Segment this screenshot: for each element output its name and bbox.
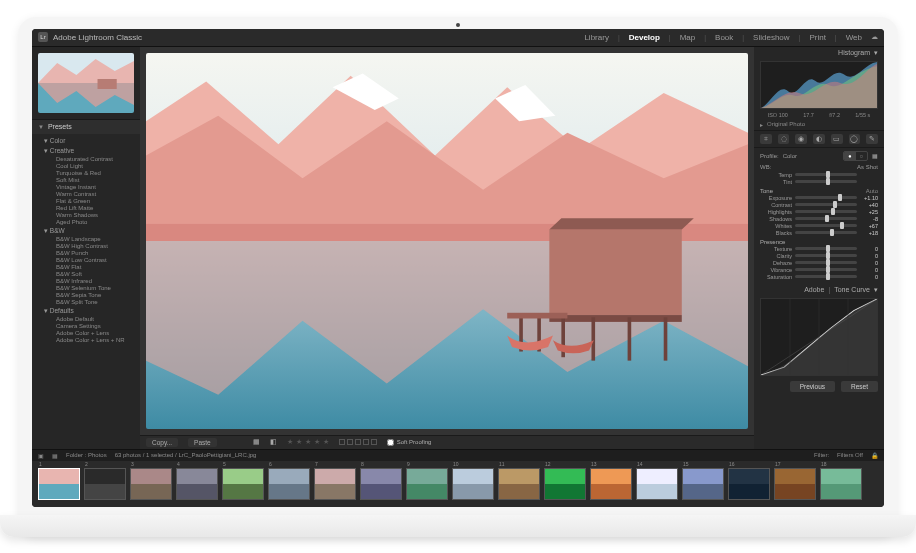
preset-item[interactable]: B&W Selenium Tone — [32, 285, 140, 292]
mask-tool-icon[interactable]: ◐ — [813, 134, 825, 144]
tone-curve[interactable] — [760, 298, 878, 376]
profile-value[interactable]: Color — [783, 153, 797, 159]
preset-item[interactable]: B&W Landscape — [32, 236, 140, 243]
filmstrip-thumb[interactable]: 18 — [820, 468, 862, 500]
preset-item[interactable]: Flat & Green — [32, 198, 140, 205]
preset-item[interactable]: Adobe Color + Lens + NR — [32, 337, 140, 344]
spot-tool-icon[interactable]: ◌ — [778, 134, 790, 144]
loupe-view-icon[interactable]: ▦ — [253, 438, 260, 446]
auto-button[interactable]: Auto — [866, 188, 878, 194]
wb-value[interactable]: As Shot — [857, 164, 878, 170]
preset-item[interactable]: Adobe Default — [32, 316, 140, 323]
preset-item[interactable]: Red Lift Matte — [32, 205, 140, 212]
slider-tint[interactable]: Tint — [760, 179, 878, 185]
filmstrip-thumb[interactable]: 6 — [268, 468, 310, 500]
treatment-segment[interactable]: ●○ — [843, 151, 868, 161]
preset-item[interactable]: Desaturated Contrast — [32, 156, 140, 163]
slider-shadows[interactable]: Shadows-8 — [760, 216, 878, 222]
cloud-sync-icon[interactable]: ☁ — [871, 33, 878, 41]
filmstrip-thumb[interactable]: 17 — [774, 468, 816, 500]
module-slideshow[interactable]: Slideshow — [753, 33, 789, 42]
filmstrip-thumb[interactable]: 13 — [590, 468, 632, 500]
preset-item[interactable]: Aged Photo — [32, 219, 140, 226]
rating-stars[interactable]: ★★★★★ — [287, 438, 329, 446]
filmstrip-thumb[interactable]: 7 — [314, 468, 356, 500]
reset-button[interactable]: Reset — [841, 381, 878, 392]
module-print[interactable]: Print — [809, 33, 825, 42]
preset-item[interactable]: Turquoise & Red — [32, 170, 140, 177]
module-develop[interactable]: Develop — [629, 33, 660, 42]
crop-tool-icon[interactable]: ⌗ — [760, 134, 772, 144]
preset-item[interactable]: Camera Settings — [32, 323, 140, 330]
filter-lock-icon[interactable]: 🔒 — [871, 452, 878, 459]
slider-saturation[interactable]: Saturation0 — [760, 274, 878, 280]
module-book[interactable]: Book — [715, 33, 733, 42]
filmstrip-thumb[interactable]: 2 — [84, 468, 126, 500]
filmstrip-thumb[interactable]: 16 — [728, 468, 770, 500]
module-map[interactable]: Map — [680, 33, 696, 42]
histogram[interactable] — [760, 61, 878, 109]
histogram-title[interactable]: Histogram▾ — [754, 47, 884, 59]
slider-whites[interactable]: Whites+67 — [760, 223, 878, 229]
preset-item[interactable]: B&W Split Tone — [32, 299, 140, 306]
color-labels[interactable] — [339, 439, 377, 445]
module-web[interactable]: Web — [846, 33, 862, 42]
slider-dehaze[interactable]: Dehaze0 — [760, 260, 878, 266]
filmstrip[interactable]: 123456789101112131415161718 — [32, 461, 884, 507]
preset-item[interactable]: Warm Contrast — [32, 191, 140, 198]
profile-browser-icon[interactable]: ▦ — [872, 152, 878, 159]
folder-path[interactable]: Folder : Photos — [66, 452, 107, 458]
copy-button[interactable]: Copy... — [146, 438, 178, 447]
filmstrip-thumb[interactable]: 10 — [452, 468, 494, 500]
brush-tool-icon[interactable]: ✎ — [866, 134, 878, 144]
filmstrip-thumb[interactable]: 4 — [176, 468, 218, 500]
preset-item[interactable]: B&W Infrared — [32, 278, 140, 285]
preset-item[interactable]: Warm Shadows — [32, 212, 140, 219]
main-preview[interactable] — [146, 53, 748, 429]
preset-group[interactable]: ▾ Creative — [32, 146, 140, 156]
preset-item[interactable]: Vintage Instant — [32, 184, 140, 191]
redeye-tool-icon[interactable]: ◉ — [795, 134, 807, 144]
grid-icon[interactable]: ▦ — [52, 452, 58, 459]
presets-panel-title[interactable]: ▼Presets — [32, 120, 140, 134]
slider-blacks[interactable]: Blacks+18 — [760, 230, 878, 236]
filters-off[interactable]: Filters Off — [837, 452, 863, 459]
filmstrip-thumb[interactable]: 15 — [682, 468, 724, 500]
filmstrip-thumb[interactable]: 5 — [222, 468, 264, 500]
slider-contrast[interactable]: Contrast+40 — [760, 202, 878, 208]
filmstrip-thumb[interactable]: 11 — [498, 468, 540, 500]
slider-highlights[interactable]: Highlights+25 — [760, 209, 878, 215]
filmstrip-thumb[interactable]: 3 — [130, 468, 172, 500]
paste-button[interactable]: Paste — [188, 438, 217, 447]
slider-vibrance[interactable]: Vibrance0 — [760, 267, 878, 273]
slider-texture[interactable]: Texture0 — [760, 246, 878, 252]
filmstrip-thumb[interactable]: 14 — [636, 468, 678, 500]
before-after-icon[interactable]: ◧ — [270, 438, 277, 446]
soft-proofing-toggle[interactable]: Soft Proofing — [387, 439, 432, 446]
preset-item[interactable]: B&W Punch — [32, 250, 140, 257]
radial-tool-icon[interactable]: ◯ — [849, 134, 861, 144]
second-window-icon[interactable]: ▣ — [38, 452, 44, 459]
preset-item[interactable]: Adobe Color + Lens — [32, 330, 140, 337]
preset-group[interactable]: ▾ Color — [32, 136, 140, 146]
filmstrip-thumb[interactable]: 8 — [360, 468, 402, 500]
gradient-tool-icon[interactable]: ▭ — [831, 134, 843, 144]
module-library[interactable]: Library — [584, 33, 608, 42]
preset-item[interactable]: B&W Flat — [32, 264, 140, 271]
filmstrip-thumb[interactable]: 1 — [38, 468, 80, 500]
slider-clarity[interactable]: Clarity0 — [760, 253, 878, 259]
filmstrip-thumb[interactable]: 12 — [544, 468, 586, 500]
tone-curve-title[interactable]: Adobe|Tone Curve▾ — [754, 284, 884, 296]
previous-button[interactable]: Previous — [790, 381, 835, 392]
filmstrip-thumb[interactable]: 9 — [406, 468, 448, 500]
preset-group[interactable]: ▾ Defaults — [32, 306, 140, 316]
preset-item[interactable]: B&W Soft — [32, 271, 140, 278]
preset-item[interactable]: Cool Light — [32, 163, 140, 170]
original-photo-row[interactable]: ▸Original Photo — [754, 119, 884, 130]
preset-item[interactable]: B&W High Contrast — [32, 243, 140, 250]
navigator-thumbnail[interactable] — [38, 53, 134, 113]
slider-exposure[interactable]: Exposure+1.10 — [760, 195, 878, 201]
preset-item[interactable]: B&W Low Contrast — [32, 257, 140, 264]
slider-temp[interactable]: Temp — [760, 172, 878, 178]
preset-group[interactable]: ▾ B&W — [32, 226, 140, 236]
